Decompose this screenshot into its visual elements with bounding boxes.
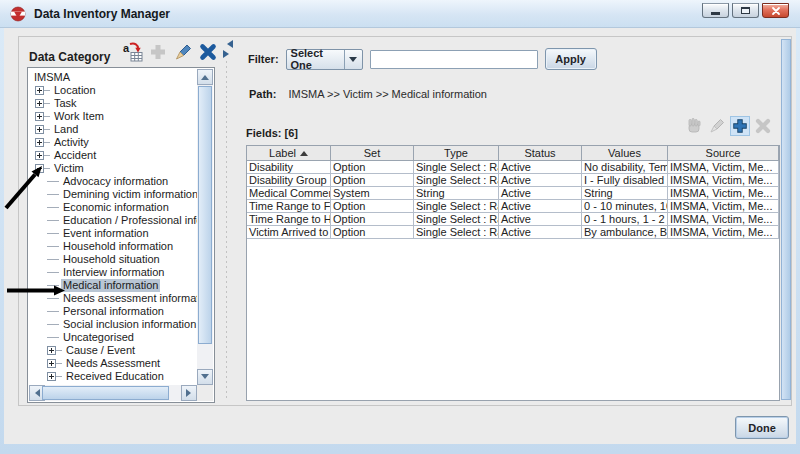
column-header[interactable]: Source: [668, 146, 779, 161]
table-cell: Option: [331, 161, 414, 174]
tree-item[interactable]: Education / Professional inform: [29, 214, 197, 227]
table-cell: 0 - 10 minutes, 10...: [582, 200, 668, 213]
done-button[interactable]: Done: [735, 416, 789, 439]
scroll-down-button[interactable]: [197, 369, 213, 385]
table-cell: IMSMA, Victim, Me...: [668, 161, 779, 174]
apply-button[interactable]: Apply: [545, 48, 597, 70]
edit-icon[interactable]: [707, 116, 727, 136]
column-header[interactable]: Values: [582, 146, 668, 161]
close-button[interactable]: [762, 3, 789, 18]
tree-item[interactable]: Needs assessment informatio: [29, 292, 197, 305]
path-row: Path: IMSMA >> Victim >> Medical informa…: [249, 88, 487, 100]
expand-icon[interactable]: [35, 86, 44, 95]
collapse-icon[interactable]: [35, 164, 44, 173]
horizontal-scroll-thumb[interactable]: [42, 386, 169, 400]
table-cell: Single Select : Ra...: [414, 174, 499, 187]
expand-icon[interactable]: [47, 372, 56, 381]
table-cell: IMSMA, Victim, Me...: [668, 213, 779, 226]
tree-item[interactable]: Needs Assessment: [29, 357, 197, 370]
filter-select[interactable]: Select One: [286, 49, 363, 70]
tree-item[interactable]: Uncategorised: [29, 331, 197, 344]
tree-item[interactable]: Received Education: [29, 370, 197, 383]
expand-icon[interactable]: [35, 125, 44, 134]
table-body: DisabilityOptionSingle Select : Ra...Act…: [247, 161, 779, 239]
table-header-row: LabelSetTypeStatusValuesSource: [247, 146, 779, 161]
table-cell: Option: [331, 174, 414, 187]
table-cell: Active: [499, 213, 582, 226]
expand-icon[interactable]: [35, 138, 44, 147]
column-header[interactable]: Label: [247, 146, 331, 161]
tree-item[interactable]: Advocacy information: [29, 175, 197, 188]
panel-scrollbar[interactable]: [781, 39, 791, 400]
tree-item-label: Accident: [52, 149, 98, 162]
maximize-button[interactable]: [732, 3, 759, 18]
tree-item[interactable]: Event information: [29, 227, 197, 240]
tree-line: [47, 337, 59, 338]
scroll-right-button[interactable]: [181, 385, 197, 401]
tree-line: [44, 103, 50, 104]
tree-item[interactable]: Household situation: [29, 253, 197, 266]
grab-icon[interactable]: [684, 116, 704, 136]
rename-icon[interactable]: a: [122, 41, 144, 63]
tree-item[interactable]: Interview information: [29, 266, 197, 279]
tree-item-label: Event information: [61, 227, 151, 240]
filter-input[interactable]: [370, 50, 538, 69]
expand-icon[interactable]: [47, 359, 56, 368]
tree-item[interactable]: Personal information: [29, 305, 197, 318]
category-toolbar: a: [122, 41, 219, 63]
column-header[interactable]: Type: [414, 146, 499, 161]
scroll-up-button[interactable]: [197, 69, 213, 85]
column-header[interactable]: Status: [499, 146, 582, 161]
column-header[interactable]: Set: [331, 146, 414, 161]
chevron-down-icon[interactable]: [344, 50, 362, 69]
tree-item[interactable]: Demining victim information: [29, 188, 197, 201]
table-cell: Active: [499, 174, 582, 187]
tree-vertical-scrollbar[interactable]: [197, 69, 213, 385]
minimize-button[interactable]: [702, 3, 729, 18]
vertical-scroll-thumb[interactable]: [198, 86, 212, 344]
category-tree: IMSMALocationTaskWork ItemLandActivityAc…: [29, 69, 197, 385]
table-row[interactable]: Time Range to H...OptionSingle Select : …: [247, 213, 779, 226]
expand-icon[interactable]: [35, 112, 44, 121]
tree-item[interactable]: Task: [29, 97, 197, 110]
expand-icon[interactable]: [47, 346, 56, 355]
tree-item[interactable]: Household information: [29, 240, 197, 253]
tree-item-label: Medical information: [61, 279, 160, 292]
tree-item[interactable]: Cause / Event: [29, 344, 197, 357]
add-icon[interactable]: [730, 116, 750, 136]
table-cell: String: [414, 187, 499, 200]
tree-item[interactable]: Economic information: [29, 201, 197, 214]
tree-item[interactable]: Location: [29, 84, 197, 97]
divider-grip: [226, 61, 227, 401]
expand-icon[interactable]: [35, 151, 44, 160]
table-row[interactable]: DisabilityOptionSingle Select : Ra...Act…: [247, 161, 779, 174]
delete-icon[interactable]: [753, 116, 773, 136]
tree-line: [47, 220, 59, 221]
fields-count-label: Fields: [6]: [246, 127, 298, 139]
tree-item-label: Social inclusion information: [61, 318, 197, 331]
tree-item[interactable]: Social inclusion information: [29, 318, 197, 331]
tree-item[interactable]: Victim: [29, 162, 197, 175]
titlebar[interactable]: Data Inventory Manager: [0, 0, 800, 28]
tree-horizontal-scrollbar[interactable]: [29, 385, 197, 401]
tree-item[interactable]: Work Item: [29, 110, 197, 123]
table-row[interactable]: Victim Arrived to F...OptionSingle Selec…: [247, 226, 779, 239]
tree-item[interactable]: Accident: [29, 149, 197, 162]
tree-item[interactable]: Medical information: [29, 279, 197, 292]
arrow-up-icon: [201, 71, 209, 80]
table-cell: Disability Group: [247, 174, 331, 187]
tree-item[interactable]: Activity: [29, 136, 197, 149]
split-divider[interactable]: [223, 37, 230, 405]
table-cell: Time Range to Fir...: [247, 200, 331, 213]
tree-line: [56, 363, 62, 364]
expand-icon[interactable]: [35, 99, 44, 108]
tree-item[interactable]: Land: [29, 123, 197, 136]
scrollbar-corner: [197, 385, 213, 401]
table-row[interactable]: Medical CommentsSystemStringActiveString…: [247, 187, 779, 200]
add-icon[interactable]: [147, 41, 169, 63]
table-row[interactable]: Disability GroupOptionSingle Select : Ra…: [247, 174, 779, 187]
tree-item[interactable]: IMSMA: [29, 71, 197, 84]
delete-icon[interactable]: [197, 41, 219, 63]
table-row[interactable]: Time Range to Fir...OptionSingle Select …: [247, 200, 779, 213]
edit-icon[interactable]: [172, 41, 194, 63]
